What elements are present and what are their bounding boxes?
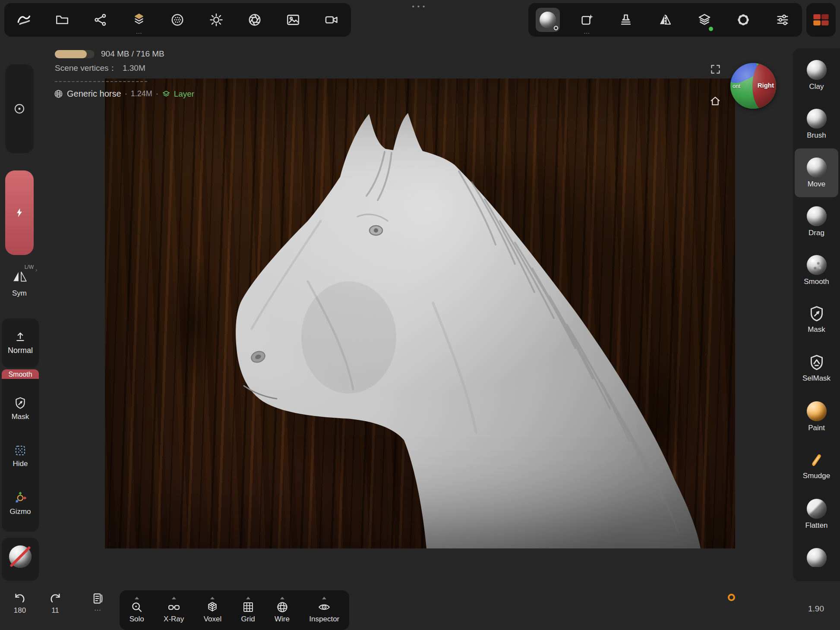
interface-settings-button[interactable] [771,6,795,34]
tool-smooth[interactable]: Smooth [795,246,838,295]
redo-count: 11 [51,606,59,615]
symmetry-toggle[interactable] [12,271,28,284]
chevron-up-icon [322,597,326,599]
drag-sphere-icon [807,206,827,226]
navigation-orb[interactable]: ont Right [730,63,776,109]
app-menu-button[interactable] [12,6,36,34]
topbar-brick-group [806,3,836,37]
circle-dot-icon [13,102,26,115]
inspector-label: Inspector [309,615,339,624]
tool-flatten[interactable]: Flatten [795,490,838,539]
background-image-button[interactable] [281,6,305,34]
voxel-button[interactable]: Voxel [204,597,222,624]
solo-button[interactable]: Solo [129,597,144,624]
symmetry-button[interactable] [653,6,677,34]
xray-button[interactable]: X-Ray [164,597,184,624]
grid-button[interactable]: Grid [241,597,255,624]
mask-mode-button[interactable]: Mask [2,385,39,432]
tool-mask[interactable]: Mask [795,295,838,343]
render-button[interactable] [243,6,267,34]
share-nodes-icon [93,13,108,27]
tool-drag-label: Drag [808,229,824,237]
interface-sliders-icon [775,13,790,27]
tool-smudge[interactable]: Smudge [795,441,838,490]
object-name: Generic horse [67,89,121,99]
tool-selmask[interactable]: SelMask [795,343,838,392]
tool-drag[interactable]: Drag [795,197,838,246]
chevron-up-icon [172,597,176,599]
topbar-drag-handle[interactable]: ••• [412,3,428,10]
smooth-mode-button[interactable]: Smooth [2,369,39,379]
object-sep2: · [156,89,158,98]
inspector-button[interactable]: Inspector [309,597,339,624]
smudge-icon [808,451,826,469]
lighting-button[interactable] [204,6,228,34]
share-button[interactable] [88,6,113,34]
stroke-settings-pill[interactable] [5,64,34,153]
chevron-up-icon [210,597,215,599]
tool-clay-label: Clay [809,82,824,91]
add-primitive-button[interactable]: … [575,6,599,34]
chevron-up-icon [135,597,139,599]
grid-icon [242,601,255,614]
move-sphere-icon [807,158,827,177]
wire-button[interactable]: Wire [275,597,290,624]
lw-label: L/W [17,264,34,270]
topology-button[interactable] [165,6,189,34]
topbar-right-group: … [528,3,802,37]
camera-button[interactable] [319,6,344,34]
intensity-slider[interactable] [5,170,34,255]
history-button[interactable]: … [83,592,112,611]
tool-brush-label: Brush [807,131,826,140]
orb-front-label: ont [733,83,740,89]
material-button[interactable] [536,6,560,34]
tool-clay[interactable]: Clay [795,51,838,100]
redo-button[interactable]: 11 [41,592,69,615]
topbar-left-group: … [4,3,351,37]
hide-mode-button[interactable]: Hide [2,432,39,480]
tool-move-label: Move [808,180,826,189]
undo-button[interactable]: 180 [6,592,34,615]
tool-brush[interactable]: Brush [795,100,838,148]
wire-label: Wire [275,615,290,624]
tool-partial[interactable] [807,548,827,567]
fullscreen-corners-icon [710,63,721,75]
quadremesh-button[interactable] [809,6,833,34]
gizmo-mode-button[interactable]: Gizmo [2,480,39,527]
stamp-button[interactable] [614,6,638,34]
tool-paint-label: Paint [808,424,825,432]
lw-expand-arrow[interactable]: › [35,267,37,273]
lightning-bolt-icon [14,207,25,218]
zoom-value: 1.90 [808,604,824,614]
hide-marquee-icon [14,444,27,457]
sym-mirror-icon [12,271,28,283]
home-view-button[interactable] [709,95,721,109]
brush-sphere-icon [807,109,827,129]
upload-arrow-icon [14,331,26,343]
layers-button[interactable] [692,6,717,34]
chevron-up-icon [280,597,284,599]
brush-preview-panel[interactable] [2,538,39,581]
object-sep1: · [125,89,127,98]
shield-pen-icon [13,396,27,410]
wireframe-sphere-icon [276,601,289,614]
tool-paint[interactable]: Paint [795,392,838,441]
xray-label: X-Ray [164,615,184,624]
scene-instances-button[interactable]: … [127,6,151,34]
layer-label[interactable]: Layer [174,89,195,99]
files-button[interactable] [50,6,74,34]
mask-label: Mask [12,413,29,421]
settings-button[interactable] [731,6,755,34]
object-row[interactable]: Generic horse · 1.24M · Layer [54,89,194,99]
tool-move[interactable]: Move [795,148,838,197]
globe-icon [54,89,63,99]
normal-mode-button[interactable]: Normal [2,318,39,368]
viewport-canvas[interactable] [105,79,735,548]
scene-vertices-value: 1.30M [123,63,145,72]
layer-green-icon [162,90,171,98]
inspector-eye-icon [318,601,331,614]
smooth-label: Smooth [8,370,32,379]
memory-bar-fill [55,50,87,58]
tool-palette: Clay Brush Move Drag Smooth Mask SelMask… [793,48,840,581]
fullscreen-button[interactable] [710,63,721,77]
